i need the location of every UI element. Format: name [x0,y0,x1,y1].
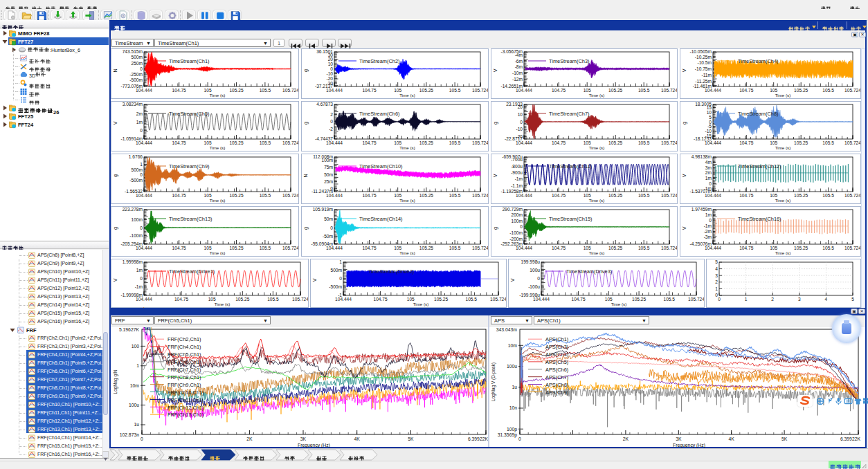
svg-text:APS(Ch4): APS(Ch4) [545,351,568,358]
svg-text:APS(Ch7): APS(Ch7) [545,374,568,380]
svg-text:LogMag V (D-peak): LogMag V (D-peak) [491,362,496,401]
svg-text:APS(Ch8): APS(Ch8) [545,382,568,388]
svg-text:10n: 10n [509,405,518,410]
svg-text:4K: 4K [729,436,735,441]
svg-text:6.39922K: 6.39922K [840,436,861,441]
svg-text:100u: 100u [507,364,517,369]
svg-text:2K: 2K [623,436,629,441]
svg-text:3K: 3K [676,436,682,441]
svg-text:31.3569p: 31.3569p [498,432,518,438]
svg-text:APS(Ch9): APS(Ch9) [545,389,568,396]
svg-text:1u: 1u [512,385,517,389]
svg-text:APS(Ch1): APS(Ch1) [545,336,568,342]
svg-text:343.043m: 343.043m [496,327,518,332]
svg-text:Frequency (Hz): Frequency (Hz) [673,443,705,448]
svg-text:APS(Ch6): APS(Ch6) [545,367,568,373]
svg-text:5K: 5K [781,436,788,441]
svg-text:0: 0 [518,436,521,441]
svg-text:100p: 100p [507,427,517,432]
svg-text:APS(Ch5): APS(Ch5) [545,359,568,365]
svg-text:10m: 10m [508,343,518,348]
svg-text:APS(Ch3): APS(Ch3) [545,344,568,350]
